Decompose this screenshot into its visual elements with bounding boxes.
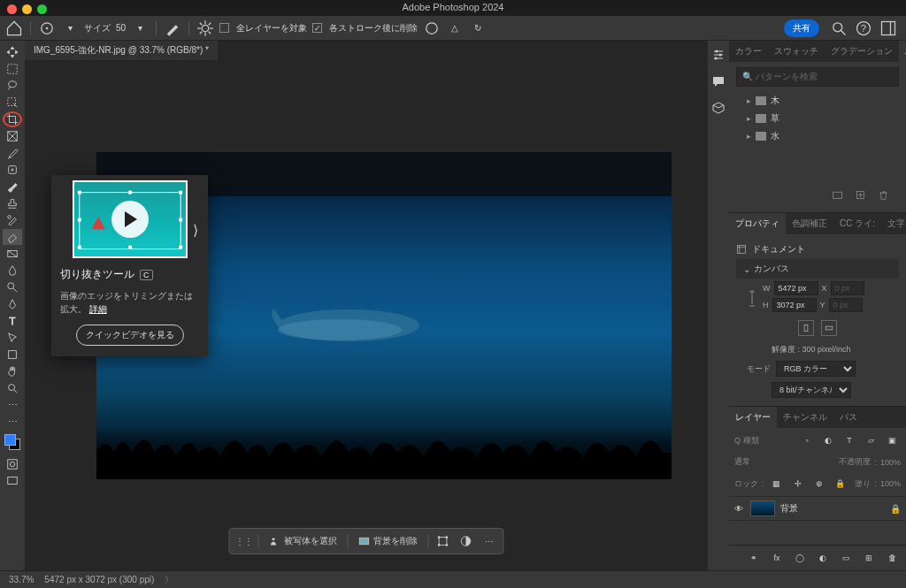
- pressure-icon[interactable]: [423, 19, 441, 37]
- marquee-tool[interactable]: [3, 61, 22, 77]
- brush-tool[interactable]: [3, 179, 22, 195]
- drag-handle-icon[interactable]: ⋮⋮: [235, 532, 253, 550]
- blur-tool[interactable]: [3, 263, 22, 279]
- height-input[interactable]: 3072 px: [772, 298, 817, 312]
- next-slide-icon[interactable]: ⟩: [193, 222, 198, 239]
- rotate-icon[interactable]: ↻: [469, 19, 487, 37]
- visibility-icon[interactable]: 👁: [734, 504, 745, 514]
- tooltip-learn-more[interactable]: 詳細: [89, 304, 107, 314]
- new-layer-icon[interactable]: ⊞: [860, 549, 878, 567]
- swatches-tab[interactable]: スウォッチ: [768, 41, 825, 62]
- channels-tab[interactable]: チャンネル: [777, 407, 833, 428]
- opacity-value[interactable]: 100%: [880, 458, 901, 467]
- blend-mode[interactable]: 通常: [734, 456, 835, 468]
- close-window[interactable]: [7, 4, 17, 14]
- history-brush-tool[interactable]: [3, 212, 22, 228]
- document-tab[interactable]: IMG_6595-強化-NR.jpg @ 33.7% (RGB/8*) *: [25, 41, 218, 60]
- x-input[interactable]: 0 px: [831, 281, 864, 295]
- status-arrow[interactable]: 〉: [165, 574, 173, 586]
- delete-layer-icon[interactable]: 🗑: [883, 549, 901, 567]
- pattern-folder[interactable]: 草: [736, 110, 899, 127]
- lock-artboard-icon[interactable]: ⊕: [810, 475, 828, 493]
- width-input[interactable]: 5472 px: [774, 281, 818, 295]
- create-folder-icon[interactable]: [828, 186, 846, 203]
- layer-mask-icon[interactable]: ◯: [791, 549, 809, 567]
- angle-icon[interactable]: △: [446, 19, 464, 37]
- tooltip-video-button[interactable]: クイックビデオを見る: [76, 325, 184, 346]
- edit-toolbar[interactable]: ⋯: [3, 414, 22, 430]
- shape-tool[interactable]: [3, 347, 22, 363]
- more-options-icon[interactable]: ⋯: [480, 532, 498, 550]
- workspace-icon[interactable]: [879, 19, 897, 37]
- lock-pixels-icon[interactable]: ▦: [768, 475, 786, 493]
- play-icon[interactable]: [111, 201, 149, 238]
- type-tool[interactable]: T: [3, 313, 22, 329]
- layer-style-icon[interactable]: fx: [768, 549, 786, 567]
- window-controls[interactable]: [7, 4, 47, 14]
- screen-mode[interactable]: [3, 473, 22, 489]
- eyedropper-tool[interactable]: [3, 145, 22, 161]
- size-value[interactable]: 50: [116, 23, 126, 33]
- home-icon[interactable]: [5, 19, 23, 37]
- adjustments-tab[interactable]: 色調補正: [786, 213, 833, 234]
- crop-tool[interactable]: [3, 111, 22, 127]
- zoom-tool[interactable]: [3, 380, 22, 396]
- gradient-tool[interactable]: [3, 246, 22, 262]
- more-tools[interactable]: ⋯: [3, 397, 22, 413]
- path-select-tool[interactable]: [3, 330, 22, 346]
- lasso-tool[interactable]: [3, 78, 22, 94]
- paths-tab[interactable]: パス: [833, 407, 864, 428]
- size-arrow[interactable]: ▾: [131, 19, 149, 37]
- select-subject-button[interactable]: 被写体を選択: [265, 532, 342, 550]
- move-tool[interactable]: [3, 44, 22, 60]
- libraries-panel-icon[interactable]: [710, 99, 727, 117]
- adjustment-layer-icon[interactable]: ◐: [814, 549, 832, 567]
- zoom-level[interactable]: 33.7%: [9, 575, 34, 584]
- minimize-window[interactable]: [22, 4, 32, 14]
- color-tab[interactable]: カラー: [729, 41, 768, 62]
- y-input[interactable]: 0 px: [829, 298, 863, 312]
- filter-shape-icon[interactable]: ▱: [862, 431, 879, 449]
- share-button[interactable]: 共有: [784, 19, 819, 37]
- layer-thumbnail[interactable]: [750, 500, 775, 516]
- portrait-icon[interactable]: [798, 320, 814, 336]
- pattern-search[interactable]: 🔍 パターンを検索: [736, 67, 899, 87]
- maximize-window[interactable]: [37, 4, 47, 14]
- group-icon[interactable]: ▭: [837, 549, 855, 567]
- delete-icon[interactable]: [874, 186, 892, 203]
- gradients-tab[interactable]: グラデーション: [825, 41, 899, 62]
- brush-picker-icon[interactable]: ▾: [61, 19, 79, 37]
- fill-value[interactable]: 100%: [880, 479, 901, 488]
- cc-libraries-tab[interactable]: CC ライ:: [833, 213, 881, 234]
- filter-adjust-icon[interactable]: ◐: [819, 431, 837, 449]
- landscape-icon[interactable]: [821, 320, 837, 336]
- pen-tool[interactable]: [3, 296, 22, 312]
- pattern-folder[interactable]: 木: [736, 92, 899, 110]
- hand-tool[interactable]: [3, 363, 22, 379]
- quick-mask[interactable]: [3, 456, 22, 472]
- lock-icon[interactable]: 🔒: [890, 504, 901, 514]
- patterns-tab[interactable]: パターン: [899, 41, 906, 62]
- character-tab[interactable]: 文字: [881, 213, 906, 234]
- eraser-tool[interactable]: [3, 229, 22, 245]
- filter-image-icon[interactable]: ▫: [798, 431, 816, 449]
- frame-tool[interactable]: [3, 128, 22, 144]
- search-icon[interactable]: [830, 19, 848, 37]
- filter-type-icon[interactable]: T: [841, 431, 858, 449]
- dodge-tool[interactable]: [3, 279, 22, 295]
- selection-tool[interactable]: [3, 95, 22, 111]
- remove-bg-button[interactable]: 背景を削除: [354, 532, 423, 550]
- adjustments-panel-icon[interactable]: [710, 46, 727, 64]
- link-layers-icon[interactable]: ⚭: [745, 549, 763, 567]
- layer-row[interactable]: 👁 背景 🔒: [729, 496, 906, 521]
- properties-tab[interactable]: プロパティ: [729, 213, 786, 234]
- color-mode-select[interactable]: RGB カラー: [776, 361, 856, 377]
- brush-settings-icon[interactable]: [164, 19, 181, 37]
- tooltip-video-thumb[interactable]: ⟩: [73, 180, 188, 258]
- layers-tab[interactable]: レイヤー: [729, 407, 777, 428]
- gear-icon[interactable]: [196, 19, 214, 37]
- lock-all-icon[interactable]: 🔒: [832, 475, 849, 493]
- adjust-icon[interactable]: [457, 532, 475, 550]
- transform-icon[interactable]: [434, 532, 452, 550]
- lock-position-icon[interactable]: ✢: [789, 475, 807, 493]
